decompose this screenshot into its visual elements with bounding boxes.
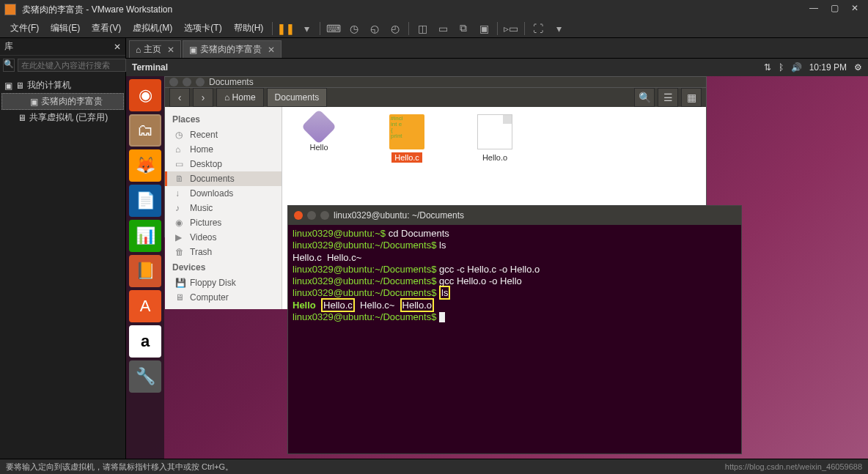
sidebar-item-floppy[interactable]: 💾Floppy Disk [165, 275, 282, 290]
menu-view[interactable]: 查看(V) [86, 21, 127, 36]
file-label: Hello.o [479, 152, 510, 163]
tab-home[interactable]: ⌂ 主页 ✕ [129, 40, 181, 58]
library-header: 库 ✕ [0, 38, 125, 56]
sidebar-item-home[interactable]: ⌂Home [165, 142, 282, 157]
sidebar-item-music[interactable]: ♪Music [165, 201, 282, 215]
menu-help[interactable]: 帮助(H) [228, 21, 270, 36]
menu-edit[interactable]: 编辑(E) [45, 21, 86, 36]
nautilus-toolbar: ‹ › ⌂ Home Documents 🔍 ☰ ▦ [165, 87, 706, 107]
breadcrumb-home[interactable]: ⌂ Home [216, 88, 264, 107]
tab-label: 卖猪肉的李富贵 [200, 43, 262, 56]
close-button[interactable]: ✕ [846, 3, 864, 16]
tree-my-computer[interactable]: ▣ 🖥 我的计算机 [1, 78, 124, 93]
terminal-titlebar[interactable]: linux0329@ubuntu: ~/Documents [288, 206, 741, 225]
grid-view-button[interactable]: ▦ [681, 88, 702, 107]
menu-vm[interactable]: 虚拟机(M) [127, 21, 178, 36]
object-file-icon [477, 114, 512, 149]
fullscreen-button[interactable]: ⛶ [529, 21, 547, 36]
bluetooth-icon[interactable]: ᛒ [779, 62, 784, 73]
search-button[interactable]: 🔍 [634, 88, 655, 107]
menu-file[interactable]: 文件(F) [4, 21, 45, 36]
pictures-icon: ◉ [175, 218, 185, 228]
back-button[interactable]: ‹ [169, 88, 190, 107]
sound-icon[interactable]: 🔊 [791, 62, 802, 73]
videos-icon: ▶ [175, 232, 185, 242]
library-title: 库 [4, 40, 13, 53]
minimize-icon[interactable] [183, 78, 191, 86]
files-icon[interactable]: 🗂 [129, 114, 161, 147]
expand-icon: ▣ [4, 81, 12, 91]
pause-button[interactable]: ❚❚ [277, 21, 295, 36]
downloads-icon: ↓ [175, 188, 185, 199]
vm-screen[interactable]: Terminal ⇅ ᛒ 🔊 10:19 PM ⚙ ◉ 🗂 🦊 📄 📊 📙 A … [126, 59, 868, 459]
sidebar-item-downloads[interactable]: ↓Downloads [165, 186, 282, 201]
send-ctrl-alt-del-button[interactable]: ⌨ [325, 21, 342, 36]
writer-icon[interactable]: 📄 [129, 185, 161, 217]
terminal-body[interactable]: linux0329@ubuntu:~$ cd Documents linux03… [288, 225, 741, 453]
window-title: 卖猪肉的李富贵 - VMware Workstation [22, 4, 802, 16]
close-icon[interactable] [294, 211, 303, 220]
tree-vm-active[interactable]: ▣ 卖猪肉的李富贵 [1, 93, 124, 110]
computer-icon: 🖥 [15, 81, 24, 91]
sidebar-item-computer[interactable]: 🖥Computer [165, 290, 282, 305]
nautilus-title-text: Documents [209, 77, 254, 87]
sidebar-item-pictures[interactable]: ◉Pictures [165, 215, 282, 230]
list-view-button[interactable]: ☰ [658, 88, 678, 107]
tab-label: 主页 [144, 43, 161, 56]
amazon-icon[interactable]: a [129, 325, 161, 358]
sidebar-item-desktop[interactable]: ▭Desktop [165, 157, 282, 171]
search-icon[interactable]: 🔍 [3, 59, 15, 72]
settings-icon[interactable]: 🔧 [129, 360, 161, 393]
sidebar-item-videos[interactable]: ▶Videos [165, 230, 282, 245]
tab-close-icon[interactable]: ✕ [268, 45, 275, 55]
tab-close-icon[interactable]: ✕ [167, 45, 174, 55]
close-library-icon[interactable]: ✕ [114, 42, 121, 52]
unity-launcher: ◉ 🗂 🦊 📄 📊 📙 A a 🔧 >_ [126, 76, 164, 459]
clock[interactable]: 10:19 PM [809, 62, 847, 73]
maximize-button[interactable]: ▢ [825, 3, 843, 16]
layout-icon-4[interactable]: ▣ [475, 21, 493, 36]
sidebar-item-recent[interactable]: ◷Recent [165, 127, 282, 142]
network-icon[interactable]: ⇅ [764, 62, 771, 73]
minimize-icon[interactable] [307, 211, 316, 220]
nautilus-titlebar[interactable]: Documents [165, 77, 706, 87]
firefox-icon[interactable]: 🦊 [129, 149, 161, 182]
layout-icon-1[interactable]: ◫ [413, 21, 431, 36]
close-icon[interactable] [169, 78, 178, 86]
breadcrumb-documents[interactable]: Documents [267, 88, 328, 107]
menu-tabs[interactable]: 选项卡(T) [178, 21, 227, 36]
active-app-menu[interactable]: Terminal [132, 62, 168, 73]
library-sidebar: 库 ✕ 🔍 ▾ ▣ 🖥 我的计算机 ▣ 卖猪肉的李富贵 🖥 共享虚拟机 (已弃用… [0, 38, 126, 459]
maximize-icon[interactable] [320, 211, 329, 220]
snapshot-manager-button[interactable]: ◵ [366, 21, 383, 36]
software-center-icon[interactable]: A [129, 290, 161, 322]
file-hello-c[interactable]: #inclint e{print Hello.c [378, 114, 436, 163]
fullscreen-dropdown[interactable]: ▾ [550, 21, 567, 36]
file-hello-exec[interactable]: Hello [290, 114, 348, 152]
snapshot-button[interactable]: ◷ [345, 21, 363, 36]
sidebar-item-documents[interactable]: 🗎Documents [165, 171, 282, 186]
forward-button[interactable]: › [193, 88, 213, 107]
terminal-window[interactable]: linux0329@ubuntu: ~/Documents linux0329@… [287, 205, 742, 454]
sidebar-item-trash[interactable]: 🗑Trash [165, 245, 282, 259]
maximize-icon[interactable] [196, 78, 205, 86]
vm-tabs: ⌂ 主页 ✕ ▣ 卖猪肉的李富贵 ✕ [126, 38, 868, 59]
search-input[interactable] [18, 59, 126, 72]
tree-label: 共享虚拟机 (已弃用) [29, 111, 108, 124]
status-text: 要将输入定向到该虚拟机，请将鼠标指针移入其中或按 Ctrl+G。 [6, 462, 233, 473]
floppy-icon: 💾 [175, 278, 185, 288]
tree-shared-vm[interactable]: 🖥 共享虚拟机 (已弃用) [1, 110, 124, 125]
impress-icon[interactable]: 📙 [129, 255, 161, 287]
file-hello-o[interactable]: Hello.o [466, 114, 524, 163]
revert-button[interactable]: ◴ [386, 21, 404, 36]
tab-vm[interactable]: ▣ 卖猪肉的李富贵 ✕ [183, 40, 282, 58]
console-button[interactable]: ▹▭ [502, 21, 520, 36]
minimize-button[interactable]: — [805, 3, 823, 16]
layout-icon-3[interactable]: ⧉ [455, 21, 472, 36]
power-dropdown[interactable]: ▾ [298, 21, 315, 36]
calc-icon[interactable]: 📊 [129, 220, 161, 252]
computer-icon: 🖥 [175, 292, 185, 303]
layout-icon-2[interactable]: ▭ [434, 21, 452, 36]
gear-icon[interactable]: ⚙ [854, 62, 862, 73]
dash-icon[interactable]: ◉ [129, 79, 161, 111]
